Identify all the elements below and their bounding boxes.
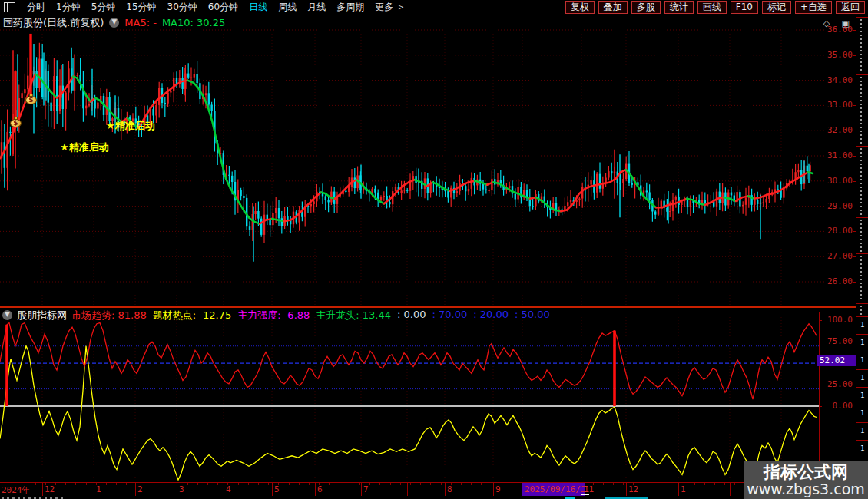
toolbar-button-画线[interactable]: 画线 xyxy=(697,1,727,14)
month-separator xyxy=(94,483,94,496)
toolbar-button-多股[interactable]: 多股 xyxy=(631,1,661,14)
week-tick xyxy=(623,483,624,485)
indicator-value-7: : 50.00 xyxy=(515,309,550,322)
money-bag-icon: $ xyxy=(25,94,37,104)
price-axis-label: 27.00 xyxy=(817,251,853,261)
period-tab-更多 ＞[interactable]: 更多 ＞ xyxy=(375,1,406,14)
week-tick xyxy=(664,483,664,485)
week-tick xyxy=(379,483,380,485)
layout-grid-icon[interactable] xyxy=(4,2,15,12)
month-separator xyxy=(445,483,446,496)
strip-digit: 1 xyxy=(860,339,864,346)
week-tick xyxy=(116,483,117,485)
toolbar-button-F10[interactable]: F10 xyxy=(731,1,758,14)
month-separator xyxy=(315,483,316,496)
week-tick xyxy=(359,483,360,485)
indicator-axis-label: 25.00 xyxy=(817,379,853,389)
chevron-down-icon[interactable]: ▼ xyxy=(109,18,119,28)
strip-divider xyxy=(856,74,868,75)
vertical-text-strip[interactable]: 11111111 xyxy=(856,15,868,499)
strip-divider xyxy=(856,369,868,370)
crosshair-date-badge: 2025/09/16/二 xyxy=(522,483,585,496)
price-axis-label: 28.00 xyxy=(817,226,853,236)
strip-divider xyxy=(856,334,868,335)
signal-bars xyxy=(7,325,615,406)
month-separator xyxy=(493,483,494,496)
date-label: 1 xyxy=(681,484,686,494)
indicator-header: ▼ 股朋指标网 市场趋势: 81.88题材热点: -12.75主力强度: -6.… xyxy=(2,309,550,321)
month-separator xyxy=(224,483,224,496)
week-tick xyxy=(603,483,604,485)
chart-corner-icons[interactable]: ◇ ▣ xyxy=(823,18,854,28)
vertical-label-text[interactable] xyxy=(860,220,862,252)
week-tick xyxy=(75,483,76,485)
period-tab-周线[interactable]: 周线 xyxy=(278,1,297,14)
date-label: 2 xyxy=(137,484,143,494)
vertical-label-text[interactable] xyxy=(860,256,862,302)
watermark: 指标公式网 www.zbgs3.com xyxy=(744,461,868,499)
toolbar-button-复权[interactable]: 复权 xyxy=(565,1,595,14)
week-tick xyxy=(400,483,401,485)
period-tab-60分钟[interactable]: 60分钟 xyxy=(208,1,238,14)
date-label: 4 xyxy=(226,484,231,494)
strip-divider xyxy=(856,316,868,317)
vertical-label-text[interactable] xyxy=(860,306,862,315)
week-tick xyxy=(461,483,462,485)
toolbar-button-返回[interactable]: 返回 xyxy=(836,1,865,14)
price-gridlines xyxy=(0,30,830,282)
signal-text: ★精准启动 xyxy=(60,140,109,154)
period-tab-多周期[interactable]: 多周期 xyxy=(336,1,364,14)
week-tick xyxy=(471,483,472,485)
week-tick xyxy=(309,483,310,485)
toolbar-button-+自选[interactable]: +自选 xyxy=(795,1,832,14)
month-separator xyxy=(135,483,136,496)
week-tick xyxy=(613,483,614,485)
date-axis[interactable]: 2024年12123456789111212025/09/16/二 xyxy=(0,482,868,497)
vertical-label-text[interactable] xyxy=(860,19,862,73)
period-tab-1分钟[interactable]: 1分钟 xyxy=(56,1,81,14)
toolbar-button-标记[interactable]: 标记 xyxy=(762,1,791,14)
month-separator xyxy=(730,483,731,496)
strip-divider xyxy=(856,387,868,388)
candlestick-chart[interactable] xyxy=(0,15,830,307)
week-tick xyxy=(147,483,147,485)
watermark-site-name: 指标公式网 xyxy=(764,463,848,481)
period-tab-15分钟[interactable]: 15分钟 xyxy=(126,1,156,14)
indicator-value-1: 题材热点: -12.75 xyxy=(153,309,231,322)
vertical-gridlines xyxy=(42,25,781,306)
period-tab-30分钟[interactable]: 30分钟 xyxy=(167,1,197,14)
watermark-url: www.zbgs3.com xyxy=(747,481,865,497)
week-tick xyxy=(492,483,492,485)
date-label: 1 xyxy=(96,484,101,494)
week-tick xyxy=(167,483,167,485)
price-axis-label: 29.00 xyxy=(817,201,853,211)
indicator-axis-label: 0.00 xyxy=(817,401,853,411)
price-axis-label: 35.00 xyxy=(817,50,853,60)
ma10-legend: MA10: 30.25 xyxy=(162,17,225,28)
toolbar-button-统计[interactable]: 统计 xyxy=(664,1,694,14)
price-axis-label: 33.00 xyxy=(817,100,853,110)
period-tab-月线[interactable]: 月线 xyxy=(307,1,326,14)
week-tick xyxy=(65,483,66,485)
date-label: 12 xyxy=(45,484,55,494)
crosshair-weekday: 二 xyxy=(581,484,589,495)
date-label: 5 xyxy=(274,484,280,494)
week-tick xyxy=(340,483,340,485)
week-tick xyxy=(654,483,654,485)
period-tab-5分钟[interactable]: 5分钟 xyxy=(91,1,116,14)
vertical-gridlines xyxy=(42,317,781,478)
month-separator xyxy=(678,483,679,496)
week-tick xyxy=(734,483,735,485)
vertical-label-text[interactable] xyxy=(860,77,862,144)
week-tick xyxy=(207,483,208,485)
chevron-down-icon[interactable]: ▼ xyxy=(2,310,12,320)
week-tick xyxy=(299,483,300,485)
toolbar-right-buttons: 复权叠加多股统计画线F10标记+自选返回 xyxy=(562,1,868,14)
vertical-label-text[interactable] xyxy=(860,148,862,216)
week-tick xyxy=(248,483,249,485)
month-separator xyxy=(272,483,273,496)
period-tab-分时[interactable]: 分时 xyxy=(27,1,45,14)
indicator-chart[interactable] xyxy=(0,311,819,484)
toolbar-button-叠加[interactable]: 叠加 xyxy=(598,1,628,14)
period-tab-日线[interactable]: 日线 xyxy=(249,1,267,14)
